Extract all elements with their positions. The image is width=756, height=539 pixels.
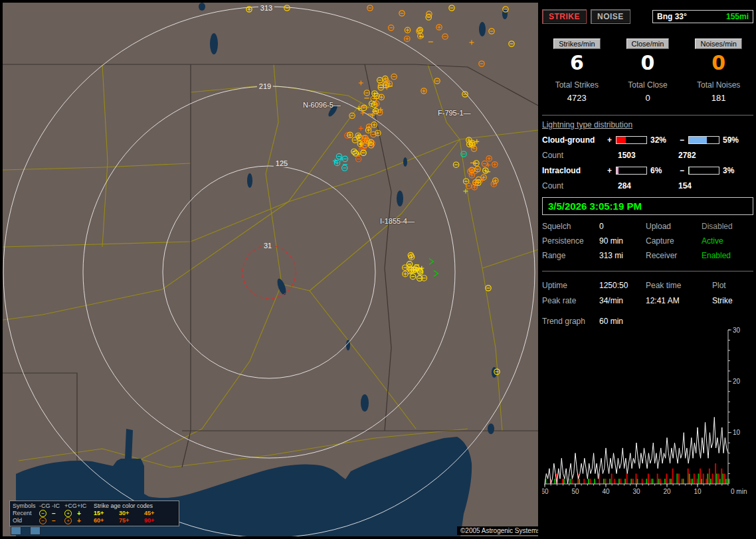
clock-readout: 3/5/2026 3:05:19 PM <box>542 197 753 215</box>
plus-sign: + <box>607 166 616 175</box>
legend-row-recent: Recent − − + + 15+ 30+ 45+ <box>13 510 176 517</box>
trend-ic-bar <box>609 479 611 484</box>
close-per-min-panel: Close/min 0 Total Close 0 <box>613 38 683 103</box>
ic-plus-symbol: + <box>77 510 90 517</box>
trend-y-tick-label: 30 <box>733 327 741 334</box>
legend-symbols-title: Symbols <box>13 502 39 510</box>
peak-time-label: Peak time <box>646 281 712 290</box>
cg-positive-pct: 32% <box>650 135 680 145</box>
total-strikes-value: 4723 <box>542 93 612 103</box>
storm-cell-label: F-795-1— <box>438 109 471 117</box>
divider <box>542 115 753 116</box>
upload-label: Upload <box>646 222 702 231</box>
copyright-text: ©2005 Astrogenic Systems <box>457 526 538 535</box>
cg-plus-symbol-old: + <box>64 517 72 524</box>
legend-header-row: Symbols -CG -IC +CG +IC Strike age color… <box>13 502 176 510</box>
info-row: Uptime 1250:50 Peak time Plot <box>542 281 753 290</box>
legend-col-neg-cg: -CG <box>39 502 52 510</box>
age-75: 75+ <box>119 517 144 524</box>
trend-ic-bar <box>689 474 690 484</box>
legend-footer <box>11 526 41 535</box>
trend-cg-bar <box>703 474 704 484</box>
total-strikes-label: Total Strikes <box>542 80 612 90</box>
trend-graph-chart: 1020306050403020100 min <box>542 327 753 497</box>
distribution-row-cloud-ground: Cloud-ground + 32% − 59% <box>542 135 753 145</box>
persistence-label: Persistence <box>542 236 599 246</box>
trend-cg-bar <box>632 479 634 484</box>
status-table: Squelch 0 Upload Disabled Persistence 90… <box>542 222 753 260</box>
trend-ic-bar <box>707 474 708 484</box>
trend-cg-bar <box>614 479 615 484</box>
trend-ic-bar <box>692 479 693 484</box>
strikes-per-min-button[interactable]: Strikes/min <box>553 38 600 49</box>
strikes-per-min-value: 6 <box>542 51 612 74</box>
receiver-value: Enabled <box>702 251 753 260</box>
trend-ic-bar <box>722 474 723 484</box>
trend-ic-bar <box>725 479 727 484</box>
noises-per-min-button[interactable]: Noises/min <box>695 38 741 49</box>
trend-x-tick-label: 30 <box>632 488 640 495</box>
rate-panels: Strikes/min 6 Total Strikes 4723 Close/m… <box>542 38 753 103</box>
legend-age-title: Strike age color codes <box>94 502 169 510</box>
storm-cell-label: I-1855-4— <box>380 217 415 225</box>
trend-cg-bar <box>651 479 652 484</box>
trend-cg-bar <box>672 469 674 484</box>
map-legend: Symbols -CG -IC +CG +IC Strike age color… <box>9 501 179 526</box>
total-noises-value: 181 <box>684 93 753 103</box>
trend-x-tick-label: 60 <box>542 488 549 495</box>
trend-cg-bar <box>706 479 707 484</box>
app-window: 31321912531N-6096-5—F-795-1—I-1855-4— Sy… <box>0 0 756 539</box>
uptime-label: Uptime <box>542 281 599 290</box>
uptime-value: 1250:50 <box>599 281 646 290</box>
upload-value: Disabled <box>702 222 753 231</box>
cg-minus-symbol: − <box>39 510 47 517</box>
range-ring-label: 125 <box>274 159 290 167</box>
trend-ic-bar <box>670 479 672 484</box>
trend-cg-bar <box>700 469 701 484</box>
trend-ic-bar <box>579 479 580 484</box>
trend-ic-bar <box>676 474 678 484</box>
squelch-value: 0 <box>599 222 646 231</box>
storm-cell-label: N-6096-5— <box>303 101 341 109</box>
strikes-per-min-panel: Strikes/min 6 Total Strikes 4723 <box>542 38 612 103</box>
trend-ic-bar <box>563 479 565 484</box>
trend-cg-bar <box>724 474 725 484</box>
trend-ic-bar <box>658 479 660 484</box>
close-per-min-button[interactable]: Close/min <box>626 38 670 49</box>
cg-negative-pct: 59% <box>723 135 753 145</box>
age-15: 15+ <box>94 510 119 517</box>
total-close-value: 0 <box>613 93 683 103</box>
mode-toolbar: STRIKE NOISE Bng 33° 155mi <box>542 9 753 24</box>
trend-cg-bar <box>666 474 668 484</box>
trend-cg-bar <box>642 479 643 484</box>
strike-mode-button[interactable]: STRIKE <box>542 9 587 24</box>
distribution-row-intracloud: Intracloud + 6% − 3% <box>542 166 753 175</box>
cg-negative-bar <box>688 136 719 144</box>
noise-mode-button[interactable]: NOISE <box>591 9 630 24</box>
range-ring-label: 219 <box>257 82 273 90</box>
cg-positive-count: 1503 <box>607 151 678 160</box>
intracloud-label: Intracloud <box>542 166 607 175</box>
trend-y-tick-label: 20 <box>733 378 741 385</box>
ic-plus-symbol-old: + <box>77 517 90 524</box>
trend-cg-bar <box>718 474 719 484</box>
bearing-value: Bng 33° <box>657 12 687 21</box>
ic-minus-symbol: − <box>52 510 64 517</box>
range-ring-label: 31 <box>262 242 274 250</box>
cg-minus-symbol-old: − <box>39 517 47 524</box>
trend-cg-bar <box>605 479 607 484</box>
trend-cg-bar <box>688 469 689 484</box>
count-label: Count <box>542 181 607 191</box>
divider <box>542 271 753 271</box>
map-panel[interactable]: 31321912531N-6096-5—F-795-1—I-1855-4— Sy… <box>3 3 538 536</box>
capture-label: Capture <box>646 236 702 246</box>
info-row: Peak rate 34/min 12:41 AM Strike <box>542 296 753 305</box>
trend-cg-bar <box>626 474 628 484</box>
trend-graph-label: Trend graph <box>542 317 599 326</box>
age-90: 90+ <box>144 517 169 524</box>
trend-cg-bar <box>590 479 591 484</box>
trend-cg-bar <box>660 479 661 484</box>
range-setting-value: 313 mi <box>599 251 646 260</box>
trend-ic-bar <box>698 474 700 484</box>
trend-cg-bar <box>620 479 622 484</box>
